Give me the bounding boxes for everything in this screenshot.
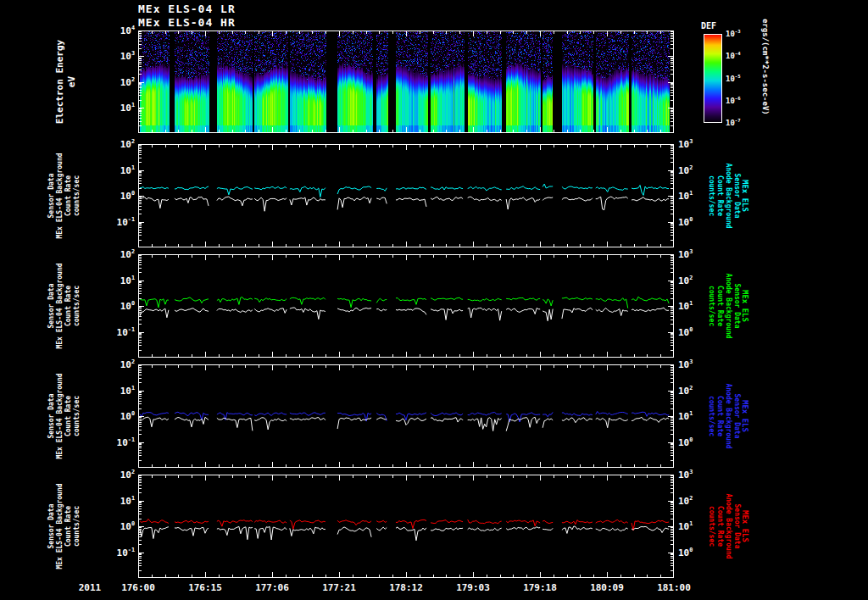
spec-y-tick-label: 102 (97, 76, 135, 88)
spec-y-tick-label: 101 (97, 102, 135, 114)
panel-0-left-tick-label: 101 (97, 164, 135, 176)
panel-1-left-tick-label: 102 (97, 248, 135, 260)
colorbar-tick-label: 10-7 (726, 118, 741, 127)
colorbar-tick-label: 10-3 (726, 29, 741, 38)
panel-2-left-axis-title: Sensor DataMEx ELS-04 BackgroundCount Ra… (47, 364, 81, 468)
line-panel-blue (138, 364, 674, 468)
spec-y-tick-label: 103 (97, 50, 135, 62)
x-tick-label: 179:03 (449, 582, 497, 593)
colorbar-tick-label: 10-4 (726, 51, 741, 60)
panel-1-left-axis-title: Sensor DataMEx ELS-04 BackgroundCount Ra… (47, 254, 81, 358)
electron-energy-spectrogram (138, 31, 674, 133)
x-tick-label: 181:00 (650, 582, 698, 593)
plot-title-lr: MEx ELS-04 LR (138, 3, 236, 15)
colorbar-unit-label: ergs/(cm**2-s-sec-eV) (761, 19, 770, 115)
colorbar-def-label: DEF (701, 21, 716, 31)
x-tick-label: 179:18 (516, 582, 564, 593)
line-panel-green (138, 254, 674, 358)
plot-root: MEx ELS-04 LR MEx ELS-04 HR DEF ergs/(cm… (0, 0, 868, 600)
panel-0-right-axis-title: MEx ELSSensor DataAnode BackgroundCount … (707, 144, 749, 247)
x-tick-label: 180:09 (583, 582, 631, 593)
panel-0-left-tick-label: 100 (97, 190, 135, 202)
colorbar-tick-label: 10-5 (726, 74, 741, 83)
plot-title-hr: MEx ELS-04 HR (138, 16, 236, 29)
x-axis-year-label: 2011 (64, 582, 115, 593)
panel-3-left-tick-label: 102 (97, 469, 135, 481)
x-tick-label: 177:06 (248, 582, 296, 593)
x-tick-label: 178:12 (382, 582, 430, 593)
panel-3-left-tick-label: 101 (97, 495, 135, 507)
colorbar (704, 34, 722, 123)
panel-1-left-tick-label: 101 (97, 275, 135, 286)
panel-2-left-tick-label: 101 (97, 385, 135, 397)
panel-2-left-tick-label: 100 (97, 410, 135, 422)
spectrogram-y-axis-title: Electron EnergyeV (54, 31, 78, 133)
panel-3-right-axis-title: MEx ELSSensor DataAnode BackgroundCount … (707, 475, 749, 578)
panel-1-left-tick-label: 10-1 (97, 326, 135, 338)
x-tick-label: 176:00 (114, 582, 162, 593)
panel-0-left-tick-label: 102 (97, 138, 135, 150)
x-tick-label: 176:15 (181, 582, 229, 593)
panel-2-right-axis-title: MEx ELSSensor DataAnode BackgroundCount … (707, 364, 749, 468)
colorbar-tick-label: 10-6 (726, 96, 741, 105)
panel-3-left-axis-title: Sensor DataMEx ELS-04 BackgroundCount Ra… (47, 475, 81, 578)
panel-0-left-axis-title: Sensor DataMEx ELS-04 BackgroundCount Ra… (47, 144, 81, 247)
x-tick-label: 177:21 (315, 582, 363, 593)
panel-1-left-tick-label: 100 (97, 300, 135, 312)
panel-1-right-axis-title: MEx ELSSensor DataAnode BackgroundCount … (707, 254, 749, 358)
panel-2-left-tick-label: 10-1 (97, 436, 135, 448)
panel-0-left-tick-label: 10-1 (97, 216, 135, 228)
panel-2-left-tick-label: 102 (97, 358, 135, 370)
panel-3-left-tick-label: 10-1 (97, 547, 135, 558)
panel-3-left-tick-label: 100 (97, 520, 135, 532)
line-panel-cyan (138, 144, 674, 247)
line-panel-red (138, 475, 674, 578)
spec-y-tick-label: 104 (97, 25, 135, 36)
